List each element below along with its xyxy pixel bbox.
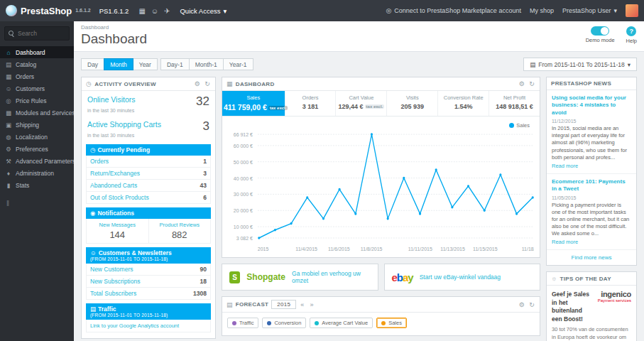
kpi-cart-value[interactable]: Cart Value 129,44 €tax excl. [336, 91, 387, 116]
page-header: Dashboard Dashboard Demo mode ? Help [74, 21, 644, 52]
sidebar-item-price-rules[interactable]: ◎ Price Rules [0, 94, 74, 107]
gear-icon[interactable]: ⚙ [518, 301, 525, 308]
search-input[interactable] [18, 30, 65, 37]
google-analytics-link[interactable]: Link to your Google Analytics account [86, 320, 211, 332]
sidebar-search[interactable] [4, 26, 70, 40]
kpi-label: Conversion Rate [440, 94, 487, 101]
row-link[interactable]: New Customers [90, 266, 133, 273]
filter-month-button[interactable]: Month [104, 58, 133, 70]
kpi-net-profit[interactable]: Net Profit 148 918,51 € [489, 91, 540, 116]
sidebar-item-administration[interactable]: ♦ Administration [0, 167, 74, 179]
online-visitors-link[interactable]: Online Visitors [87, 95, 136, 104]
row-link[interactable]: Total Subscribers [90, 290, 136, 297]
pending-row-abandoned-carts: Abandoned Carts 43 [87, 180, 210, 192]
x-axis-label: 11/13/2015 [440, 247, 465, 251]
kpi-visits[interactable]: Visits 205 939 [387, 91, 438, 116]
sidebar-item-label: Administration [16, 170, 54, 177]
customers-icon[interactable]: ☺ [151, 7, 158, 15]
shopgate-promo-link[interactable]: Ga mobiel en verhoog uw omzet [292, 270, 370, 284]
bell-icon: ◉ [90, 210, 95, 217]
y-axis-label: 60 000 € [234, 143, 253, 148]
sidebar-item-modules[interactable]: ▩ Modules and Services [0, 107, 74, 119]
shop-name[interactable]: PS1.6.1.2 [99, 7, 129, 15]
forecast-legend: TrafficConversionAverage Cart ValueSales [222, 313, 540, 335]
news-article-excerpt: Picking a payment provider is one of the… [552, 202, 631, 238]
active-carts-link[interactable]: Active Shopping Carts [87, 120, 161, 129]
forecast-legend-average-cart-value[interactable]: Average Cart Value [310, 318, 373, 328]
row-link[interactable]: Orders [90, 158, 109, 165]
demo-mode-toggle[interactable] [591, 26, 609, 36]
dashboard-panel-title: DASHBOARD [236, 81, 275, 87]
forecast-year-select[interactable]: 2015 [271, 300, 296, 309]
forecast-legend-conversion[interactable]: Conversion [262, 318, 306, 328]
sidebar-item-catalog[interactable]: ▤ Catalog [0, 58, 74, 70]
marketplace-connect-link[interactable]: ◎ Connect to PrestaShop Marketplace acco… [386, 7, 520, 14]
sidebar-item-advanced-parameters[interactable]: ⚒ Advanced Parameters [0, 155, 74, 167]
breadcrumb[interactable]: Dashboard [81, 24, 147, 31]
filter-year-1-button[interactable]: Year-1 [223, 58, 253, 70]
cart-icon[interactable]: ▦ [138, 7, 145, 15]
forecast-legend-sales[interactable]: Sales [376, 318, 407, 328]
sidebar-item-label: Localization [16, 134, 48, 141]
demo-mode-label: Demo mode [586, 37, 615, 43]
find-more-news-link[interactable]: Find more news [547, 250, 636, 265]
row-link[interactable]: Abandoned Carts [90, 182, 137, 189]
kpi-value: 148 918,51 € [496, 103, 533, 110]
read-more-link[interactable]: Read more [552, 163, 578, 169]
read-more-link[interactable]: Read more [552, 239, 578, 245]
sidebar-item-dashboard[interactable]: ⌂ Dashboard [0, 46, 74, 58]
gear-icon[interactable]: ⚙ [518, 80, 525, 87]
chart-icon: ▤ [90, 305, 96, 313]
prev-year-button[interactable]: « [299, 301, 305, 308]
news-article-title[interactable]: Using social media for your business: 4 … [552, 94, 631, 117]
sidebar-item-stats[interactable]: ▮ Stats [0, 179, 74, 191]
sidebar-collapse-button[interactable]: ‖ [0, 191, 74, 216]
grid-icon: ▦ [227, 80, 233, 87]
kpi-value: 3 181 [302, 103, 319, 110]
date-range-picker[interactable]: ▤ From 2015-11-01 To 2015-11-18 ▾ [523, 58, 637, 71]
kpi-orders[interactable]: Orders 3 181 [285, 91, 337, 116]
tips-heading: Geef je Sales in het buitenland een Boos… [552, 291, 594, 323]
new-messages-cell[interactable]: New Messages 144 [87, 219, 148, 243]
row-value: 6 [203, 194, 207, 201]
sidebar-item-label: Stats [16, 182, 29, 189]
y-axis-label: 3 082 € [236, 235, 253, 240]
next-year-button[interactable]: » [309, 301, 315, 308]
sidebar-item-label: Orders [16, 73, 34, 80]
row-link[interactable]: New Subscriptions [90, 278, 140, 285]
kpi-value: 411 759,00 € [224, 103, 267, 112]
sidebar-item-orders[interactable]: ▦ Orders [0, 70, 74, 82]
sidebar-item-preferences[interactable]: ⚙ Preferences [0, 143, 74, 155]
rocket-icon[interactable]: ✈ [164, 7, 170, 15]
forecast-legend-traffic[interactable]: Traffic [227, 318, 258, 328]
news-article-title[interactable]: Ecommerce 101: Payments in a Tweet [552, 178, 631, 193]
row-link[interactable]: Return/Exchanges [90, 170, 140, 177]
user-avatar[interactable] [626, 4, 638, 17]
filter-day-1-button[interactable]: Day-1 [160, 58, 190, 70]
gear-icon[interactable]: ⚙ [194, 80, 201, 87]
sidebar-item-shipping[interactable]: ▣ Shipping [0, 119, 74, 131]
refresh-icon[interactable]: ↻ [528, 80, 535, 87]
product-reviews-cell[interactable]: Product Reviews 882 [148, 219, 211, 243]
section-title: Notifications [97, 210, 133, 217]
prestashop-logo[interactable]: PrestaShop 1.6.1.2 [6, 5, 91, 16]
filter-month-1-button[interactable]: Month-1 [189, 58, 224, 70]
news-article-excerpt: In 2015, social media are an integral pa… [552, 125, 631, 161]
date-filter-bar: Day Month Year Day-1 Month-1 Year-1 ▤ Fr… [74, 52, 644, 71]
sidebar-item-customers[interactable]: ☺ Customers [0, 82, 74, 94]
my-shop-link[interactable]: My shop [530, 7, 554, 14]
refresh-icon[interactable]: ↻ [204, 80, 211, 87]
quick-access-menu[interactable]: Quick Access ▾ [180, 7, 227, 15]
caret-down-icon: ▾ [224, 7, 227, 15]
filter-day-button[interactable]: Day [81, 58, 104, 70]
kpi-conversion-rate[interactable]: Conversion Rate 1.54% [438, 91, 489, 116]
user-menu[interactable]: PrestaShop User ▾ [562, 7, 617, 14]
help-icon[interactable]: ? [626, 26, 636, 36]
refresh-icon[interactable]: ↻ [528, 301, 535, 308]
filter-year-button[interactable]: Year [133, 58, 158, 70]
row-link[interactable]: Out of Stock Products [90, 194, 149, 201]
kpi-sales[interactable]: Sales 411 759,00 €tax excl. [222, 91, 285, 116]
customers-row-new-customers: New Customers 90 [87, 264, 210, 276]
ebay-promo-link[interactable]: Start uw eBay-winkel vandaag [420, 274, 501, 281]
sidebar-item-localization[interactable]: ◍ Localization [0, 131, 74, 143]
